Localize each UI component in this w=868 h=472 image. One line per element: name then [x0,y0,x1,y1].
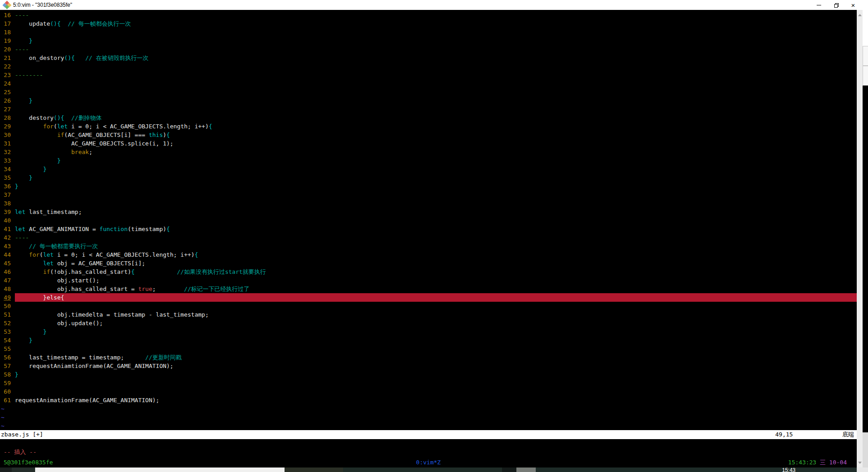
code-token: if [43,268,50,275]
gutter-gap [11,28,15,36]
code-text: } [15,327,857,336]
code-text: obj.has_called_start = true; //标记一下已经执行过… [15,285,857,293]
taskbar-segment[interactable] [35,467,285,472]
line-number: 52 [0,319,11,327]
code-token: ) [163,132,167,138]
code-line-21: 21 on_destory(){ // 在被销毁前执行一次 [0,54,857,62]
code-line-58: 58} [0,370,857,379]
code-line-26: 26 } [0,96,857,105]
gutter-gap [11,268,15,276]
restore-button[interactable] [827,0,845,10]
code-text: } [15,336,857,345]
code-text: let obj = AC_GAME_OBJECTS[i]; [15,259,857,268]
taskbar-segment[interactable] [536,467,857,472]
tmux-window-name: 0:vim*Z [0,458,857,467]
code-line-60: 60 [0,387,857,396]
code-token: (){ [50,20,60,27]
code-line-38: 38 [0,199,857,208]
code-token: } [15,183,18,190]
line-number: 50 [0,302,11,310]
taskbar-segment[interactable] [285,467,343,472]
taskbar-segment[interactable] [502,467,516,472]
close-button[interactable]: × [845,0,862,10]
line-number: 39 [0,208,11,216]
code-token: (!obj.has_called_start) [50,268,131,275]
window-title: 5:0:vim - "301f3e0835fe" [13,2,72,8]
terminal-screen[interactable]: 16----17 update(){ // 每一帧都会执行一次1819 }20-… [0,10,857,467]
code-token [61,20,68,27]
gutter-gap [11,173,15,182]
code-token: this [149,132,163,138]
code-text: last_timestamp = timestamp; //更新时间戳 [15,353,857,362]
code-text: break; [15,148,857,156]
minimize-button[interactable] [810,0,827,10]
code-token: (){ [64,54,75,61]
code-line-19: 19 } [0,36,857,45]
code-token: obj.timedelta = timestamp - last_timesta… [15,311,208,318]
gutter-gap [11,319,15,327]
gutter-gap [11,370,15,379]
gutter-gap [11,327,15,336]
scroll-down-button[interactable] [857,459,863,466]
restore-icon [834,3,838,7]
line-number: 34 [0,165,11,173]
code-text: obj.start(); [15,276,857,285]
code-line-54: 54 } [0,336,857,345]
code-token [15,166,43,172]
code-text [15,88,857,96]
code-token: ( [54,123,57,130]
code-text [15,387,857,396]
code-token: } [43,328,47,335]
line-number: 17 [0,19,11,28]
code-line-25: 25 [0,88,857,96]
code-token: obj = AC_GAME_OBJECTS[i]; [54,260,145,267]
line-number: 54 [0,336,11,345]
vim-statusline: zbase.js [+] 49,15 底端 [0,430,857,439]
code-line-32: 32 break; [0,148,857,156]
line-number: 29 [0,122,11,131]
gutter-gap [11,11,15,19]
tmux-weekday: 三 [820,459,826,466]
line-number: 60 [0,387,11,396]
code-line-52: 52 obj.update(); [0,319,857,327]
code-text [15,62,857,71]
taskbar-segment[interactable] [343,467,502,472]
line-number: 24 [0,79,11,88]
tmux-status-bar: 5@301f3e0835fe 0:vim*Z 15:43:23 三 10-04 [0,457,857,467]
taskbar-segment[interactable] [0,467,12,472]
gutter-gap [11,310,15,319]
taskbar-segment[interactable] [516,467,536,472]
vertical-scrollbar[interactable] [857,10,863,467]
empty-line-tilde: ~ [1,413,5,422]
code-text: AC_GAME_OBEJCTS.splice(i, 1); [15,139,857,148]
taskbar-sliver[interactable]: 15:43 [0,467,868,472]
code-line-48: 48 obj.has_called_start = true; //标记一下已经… [0,285,857,293]
line-number: 42 [0,233,11,242]
gutter-gap [11,379,15,387]
line-number: 59 [0,379,11,387]
line-number: 40 [0,216,11,225]
code-text: for(let i = 0; i < AC_GAME_OBJECTS.lengt… [15,250,857,259]
code-token: { [167,132,170,138]
code-token: { [167,226,170,232]
code-line-29: 29 for(let i = 0; i < AC_GAME_OBJECTS.le… [0,122,857,131]
statusline-ruler: 49,15 [775,430,793,439]
vim-terminal-window: 5:0:vim - "301f3e0835fe" × 16----17 upda… [0,0,868,472]
code-token: ; [152,286,156,292]
gutter-gap [11,387,15,396]
gutter-gap [11,88,15,96]
code-token [15,157,57,164]
code-line-37: 37 [0,191,857,199]
code-token: function [99,226,128,232]
taskbar-segment[interactable] [12,467,35,472]
code-token: (AC_GAME_OBJECTS[i] === [64,132,149,138]
code-token: last_timestamp = timestamp; [15,354,124,361]
taskbar-segment[interactable] [857,467,868,472]
line-number: 19 [0,36,11,45]
gutter-gap [11,396,15,404]
background-window-edge-box [863,46,868,66]
scroll-up-button[interactable] [857,12,863,18]
line-number: 48 [0,285,11,293]
code-text: ---- [15,11,857,19]
code-line-51: 51 obj.timedelta = timestamp - last_time… [0,310,857,319]
